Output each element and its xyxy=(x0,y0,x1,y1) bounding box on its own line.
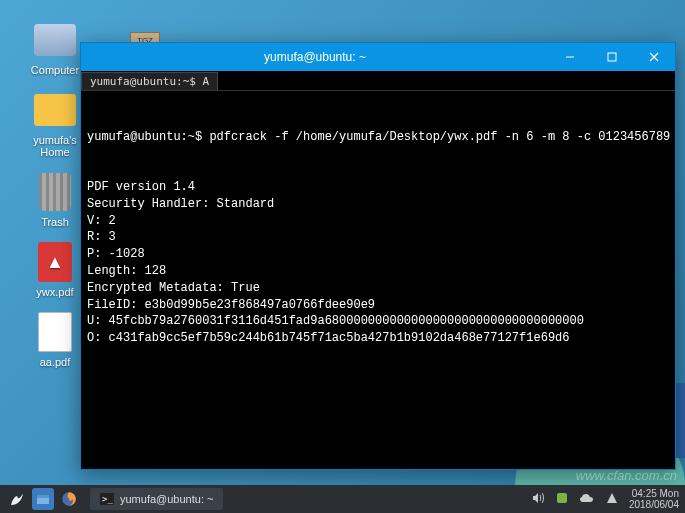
task-label: yumufa@ubuntu: ~ xyxy=(120,493,213,505)
terminal-output-line: Encrypted Metadata: True xyxy=(87,280,669,297)
terminal-output-line: PDF version 1.4 xyxy=(87,179,669,196)
svg-rect-1 xyxy=(608,53,616,61)
terminal-window: yumufa@ubuntu: ~ yumufa@ubuntu:~$ A yumu… xyxy=(80,42,676,470)
terminal-icon: >_ xyxy=(100,493,114,505)
svg-rect-5 xyxy=(37,495,49,498)
window-titlebar[interactable]: yumufa@ubuntu: ~ xyxy=(81,43,675,71)
computer-icon xyxy=(34,24,76,56)
taskbar-task-terminal[interactable]: >_ yumufa@ubuntu: ~ xyxy=(90,488,223,510)
close-icon xyxy=(649,52,659,62)
terminal-body[interactable]: yumufa@ubuntu:~$ pdfcrack -f /home/yumuf… xyxy=(81,91,675,469)
document-icon xyxy=(38,312,72,352)
firefox-button[interactable] xyxy=(58,488,80,510)
start-menu-button[interactable] xyxy=(6,488,28,510)
system-tray: 04:25 Mon 2018/06/04 xyxy=(531,488,679,510)
firefox-icon xyxy=(60,490,78,508)
clock-time: 04:25 Mon xyxy=(629,488,679,499)
window-controls xyxy=(549,43,675,71)
terminal-output-line: P: -1028 xyxy=(87,246,669,263)
taskbar: >_ yumufa@ubuntu: ~ 04:25 Mon 2018/06/04 xyxy=(0,485,685,513)
maximize-icon xyxy=(607,52,617,62)
terminal-output-line: V: 2 xyxy=(87,213,669,230)
terminal-output-line: Security Handler: Standard xyxy=(87,196,669,213)
file-manager-button[interactable] xyxy=(32,488,54,510)
clock-date: 2018/06/04 xyxy=(629,499,679,510)
xubuntu-logo-icon xyxy=(8,490,26,508)
network-icon[interactable] xyxy=(605,491,619,507)
volume-icon[interactable] xyxy=(531,491,545,507)
trash-icon xyxy=(39,173,71,211)
update-icon[interactable] xyxy=(555,491,569,507)
terminal-prompt: yumufa@ubuntu:~$ xyxy=(87,130,202,144)
terminal-output-line: R: 3 xyxy=(87,229,669,246)
maximize-button[interactable] xyxy=(591,43,633,71)
taskbar-clock[interactable]: 04:25 Mon 2018/06/04 xyxy=(629,488,679,510)
desktop: TGZ Computer yumufa's Home Trash ▲ ywx.p… xyxy=(0,0,685,513)
terminal-output-line: Length: 128 xyxy=(87,263,669,280)
pdf-icon: ▲ xyxy=(38,242,72,282)
minimize-icon xyxy=(565,52,575,62)
minimize-button[interactable] xyxy=(549,43,591,71)
svg-text:>_: >_ xyxy=(102,494,113,504)
terminal-output: PDF version 1.4Security Handler: Standar… xyxy=(87,179,669,347)
terminal-output-line: O: c431fab9cc5ef7b59c244b61b745f71ac5ba4… xyxy=(87,330,669,347)
terminal-output-line: FileID: e3b0d99b5e23f868497a0766fdee90e9 xyxy=(87,297,669,314)
cloud-icon[interactable] xyxy=(579,492,595,506)
folder-icon xyxy=(34,94,76,126)
close-button[interactable] xyxy=(633,43,675,71)
watermark: www.cfan.com.cn xyxy=(576,468,677,483)
terminal-command: pdfcrack -f /home/yumufa/Desktop/ywx.pdf… xyxy=(209,130,670,144)
terminal-tabbar: yumufa@ubuntu:~$ A xyxy=(81,71,675,91)
terminal-output-line: U: 45fcbb79a2760031f3116d451fad9a6800000… xyxy=(87,313,669,330)
window-title: yumufa@ubuntu: ~ xyxy=(81,50,549,64)
files-icon xyxy=(36,492,50,506)
terminal-tab[interactable]: yumufa@ubuntu:~$ A xyxy=(81,72,218,90)
svg-rect-9 xyxy=(557,493,567,503)
